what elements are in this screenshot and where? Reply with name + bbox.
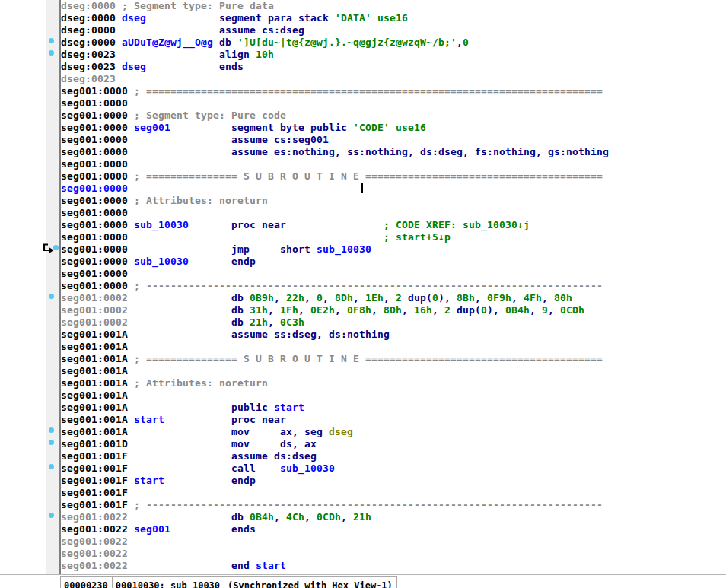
token-black: seg001:0000 — [61, 231, 128, 243]
listing-line[interactable]: seg001:001F ; --------------------------… — [61, 499, 726, 511]
token-name: sub_10030 — [134, 256, 189, 267]
listing-line[interactable]: seg001:0022 — [61, 536, 726, 548]
token-black: seg001:0000 — [61, 256, 134, 267]
token-kw: proc near — [189, 219, 286, 230]
token-kw: ), — [487, 304, 505, 316]
listing-line[interactable]: seg001:001A public start — [61, 402, 726, 414]
token-val: 8Dh — [384, 304, 402, 316]
listing-line[interactable]: seg001:0002 db 31h, 1Fh, 0E2h, 0F8h, 8Dh… — [61, 304, 726, 316]
listing-line[interactable]: seg001:0000 jmp short sub_10030 — [61, 243, 726, 256]
disassembly-listing[interactable]: dseg:0000 ; Segment type: Pure datadseg:… — [61, 0, 726, 572]
listing-line[interactable]: seg001:0000 ; Segment type: Pure code — [61, 110, 726, 122]
token-kw: db — [134, 511, 250, 523]
listing-line[interactable]: seg001:001F call sub_10030 — [61, 462, 726, 475]
token-black: dseg:0023 — [61, 49, 122, 60]
listing-line[interactable]: seg001:0000 sub_10030 endp — [61, 256, 726, 268]
listing-line[interactable]: seg001:0000 ; --------------------------… — [61, 280, 726, 292]
token-kw: , — [323, 292, 335, 304]
listing-line[interactable]: seg001:0000 ; start+5↓p — [61, 231, 726, 243]
token-name: start — [256, 560, 286, 571]
token-black: dseg:0000 — [61, 37, 122, 48]
token-val: 10h — [256, 49, 274, 60]
listing-line[interactable]: seg001:001F assume ds:dseg — [61, 450, 726, 462]
token-kw: assume cs:seg001 — [134, 134, 329, 145]
token-name: sub_10030 — [280, 462, 335, 474]
listing-line[interactable]: seg001:001D mov ds, ax — [61, 438, 726, 450]
token-kw: assume es:nothing, ss:nothing, ds:dseg, … — [134, 146, 609, 157]
token-name: sub_10030 — [317, 243, 371, 255]
listing-line[interactable]: dseg:0000 ; Segment type: Pure data — [61, 0, 726, 12]
token-val: 22h — [286, 292, 304, 304]
listing-line[interactable]: seg001:001F start endp — [61, 475, 726, 487]
token-val: 0B4h — [250, 511, 274, 523]
token-kw: endp — [189, 256, 256, 267]
token-gray: ; --------------------------------------… — [134, 499, 603, 510]
token-name: seg001 — [134, 122, 170, 133]
listing-line[interactable]: seg001:0022 end start — [61, 560, 726, 572]
listing-line[interactable]: seg001:0022 db 0B4h, 4Ch, 0CDh, 21h — [61, 511, 726, 523]
token-val: ; CODE XREF: sub_10030↓j — [286, 219, 530, 230]
token-kw: , — [268, 316, 280, 328]
listing-line[interactable]: seg001:001A — [61, 341, 726, 353]
token-name: start — [274, 402, 304, 413]
token-black: seg001:001A — [61, 414, 134, 425]
listing-line[interactable]: seg001:0002 db 21h, 0C3h — [61, 316, 726, 329]
token-kw: segment para stack — [146, 12, 335, 24]
token-kw: , — [268, 304, 280, 316]
listing-line[interactable]: seg001:001F — [61, 487, 726, 499]
listing-line[interactable]: seg001:001A ; Attributes: noreturn — [61, 377, 726, 389]
listing-line[interactable]: seg001:001A start proc near — [61, 414, 726, 426]
listing-line[interactable]: seg001:0000 — [61, 268, 726, 280]
margin-dot — [49, 427, 54, 433]
token-name: start — [134, 475, 164, 486]
listing-line[interactable]: dseg:0000 aUDuT@Z@wj__Q@g db ']U[du~|t@{… — [61, 37, 726, 49]
listing-line[interactable]: seg001:001A assume ss:dseg, ds:nothing — [61, 329, 726, 341]
token-black: seg001:0000 — [61, 146, 134, 157]
token-gray: seg001:0022 — [61, 560, 134, 571]
token-kw: , — [475, 292, 487, 304]
listing-line[interactable]: seg001:0000 assume cs:seg001 — [61, 134, 726, 146]
token-name: start — [134, 414, 164, 425]
listing-line[interactable]: seg001:001A — [61, 389, 726, 402]
listing-line[interactable]: seg001:0000 — [61, 158, 726, 170]
token-kw: , — [371, 304, 384, 316]
listing-line[interactable]: seg001:0000 ; ==========================… — [61, 85, 726, 97]
status-file-offset: 00000230 — [60, 576, 112, 588]
token-val: 0B9h — [250, 292, 274, 304]
token-kw: ends — [170, 523, 256, 535]
token-val: 4Ch — [286, 511, 304, 523]
token-kw: , — [511, 292, 524, 304]
listing-line[interactable]: seg001:0022 — [61, 548, 726, 560]
token-val: 0B4h — [505, 304, 530, 316]
token-black: seg001:001F — [61, 487, 128, 498]
token-kw: , — [274, 292, 286, 304]
listing-line[interactable]: seg001:001A — [61, 365, 726, 377]
token-black: seg001:001F — [61, 475, 134, 486]
token-black: seg001:001A — [61, 389, 128, 401]
listing-line[interactable]: seg001:0000 — [61, 97, 726, 110]
listing-line[interactable]: seg001:0000 sub_10030 proc near ; CODE X… — [61, 219, 726, 231]
listing-line[interactable]: seg001:0000 — [61, 183, 726, 195]
listing-line[interactable]: dseg:0023 align 10h — [61, 49, 726, 61]
token-name: dseg — [122, 12, 146, 24]
listing-line[interactable]: seg001:001A mov ax, seg dseg — [61, 426, 726, 438]
listing-line[interactable]: dseg:0023 dseg ends — [61, 61, 726, 73]
listing-line[interactable]: seg001:0000 seg001 segment byte public '… — [61, 122, 726, 134]
token-val: 80h — [554, 292, 572, 304]
margin-dot — [49, 50, 54, 56]
listing-line[interactable]: dseg:0000 dseg segment para stack 'DATA'… — [61, 12, 726, 24]
listing-line[interactable]: seg001:001A ; =============== S U B R O … — [61, 353, 726, 365]
listing-line[interactable]: seg001:0022 seg001 ends — [61, 523, 726, 536]
listing-line[interactable]: seg001:0002 db 0B9h, 22h, 0, 8Dh, 1Eh, 2… — [61, 292, 726, 304]
token-black: seg001:0022 — [61, 523, 134, 535]
listing-line[interactable]: dseg:0023 — [61, 73, 726, 85]
listing-line[interactable]: seg001:0000 ; =============== S U B R O … — [61, 170, 726, 183]
listing-line[interactable]: seg001:0000 ; Attributes: noreturn — [61, 195, 726, 207]
token-black: seg001:001A — [61, 365, 128, 377]
token-kw: segment byte public — [170, 122, 353, 133]
token-seg: dseg — [329, 426, 353, 437]
listing-line[interactable]: seg001:0000 assume es:nothing, ss:nothin… — [61, 146, 726, 158]
listing-line[interactable]: seg001:0000 — [61, 207, 726, 219]
listing-line[interactable]: dseg:0000 assume cs:dseg — [61, 24, 726, 37]
token-kw: , — [384, 292, 396, 304]
